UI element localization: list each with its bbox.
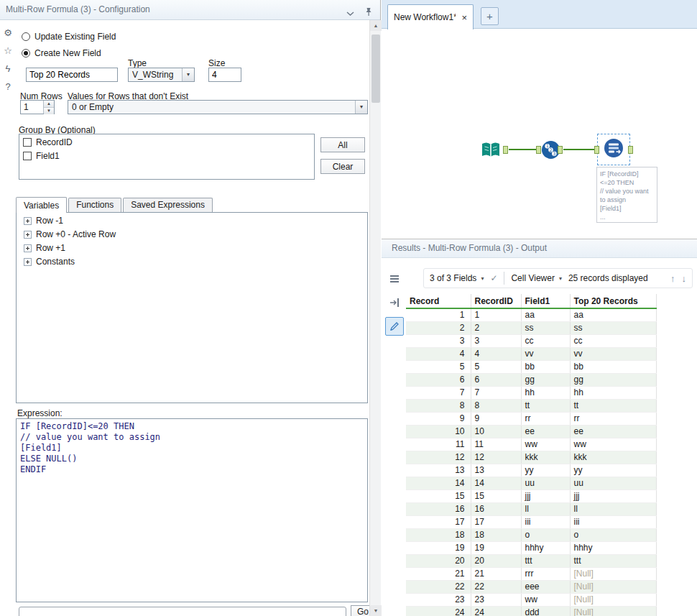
table-row[interactable]: 1212kkkkkk	[406, 451, 656, 464]
tool-annotation[interactable]: IF [RecordID] <=20 THEN // value you wan…	[596, 167, 657, 223]
table-cell[interactable]: 16	[406, 502, 471, 515]
table-row[interactable]: 22ssss	[406, 321, 656, 334]
table-cell[interactable]: 19	[471, 541, 521, 554]
table-cell[interactable]: 13	[471, 464, 521, 477]
table-cell[interactable]: ww	[521, 593, 570, 606]
column-header-field1[interactable]: Field1	[521, 294, 570, 308]
table-row[interactable]: 1818oo	[406, 528, 656, 541]
input-data-tool[interactable]	[480, 139, 502, 163]
new-workflow-tab-button[interactable]: +	[481, 7, 499, 25]
table-cell[interactable]: 4	[471, 347, 521, 360]
table-cell[interactable]: 1	[471, 308, 521, 321]
table-cell[interactable]: ww	[570, 438, 656, 451]
annotation-icon[interactable]: ☆	[0, 45, 16, 56]
group-by-item[interactable]: RecordID	[19, 137, 314, 148]
workflow-tab[interactable]: New Workflow1* ×	[387, 4, 474, 29]
table-row[interactable]: 1919hhhyhhhy	[406, 541, 656, 554]
scroll-top-icon[interactable]: ↑	[670, 273, 675, 284]
metadata-view-button[interactable]	[385, 293, 404, 312]
scrollbar-thumb[interactable]	[371, 35, 380, 103]
group-by-listbox[interactable]: RecordID Field1	[19, 134, 315, 180]
tab-functions[interactable]: Functions	[68, 198, 121, 212]
table-cell[interactable]: uu	[521, 477, 570, 489]
radio-checked-icon[interactable]	[22, 49, 30, 58]
table-row[interactable]: 1010eeee	[406, 425, 656, 438]
chevron-down-icon[interactable]: ▾	[355, 101, 367, 114]
table-cell[interactable]: 15	[406, 489, 471, 502]
help-icon[interactable]: ?	[0, 81, 16, 92]
table-row[interactable]: 2121rrr[Null]	[406, 567, 656, 580]
all-button[interactable]: All	[320, 137, 365, 152]
table-row[interactable]: 1717iiiiii	[406, 515, 656, 528]
table-cell[interactable]: 10	[471, 425, 521, 438]
table-cell[interactable]: gg	[570, 373, 656, 386]
expand-plus-icon[interactable]	[24, 231, 32, 239]
table-row[interactable]: 77hhhh	[406, 386, 656, 399]
create-new-field-radio[interactable]: Create New Field	[22, 48, 101, 58]
table-cell[interactable]: bb	[570, 360, 656, 373]
table-row[interactable]: 11aaaa	[406, 308, 656, 321]
table-row[interactable]: 1515jjjjjj	[406, 489, 656, 502]
table-cell[interactable]: vv	[570, 347, 656, 360]
table-cell[interactable]: 23	[471, 593, 521, 606]
missing-rows-dropdown[interactable]: 0 or Empty ▾	[68, 100, 368, 114]
table-row[interactable]: 1313yyyy	[406, 464, 656, 477]
table-cell[interactable]: cc	[521, 334, 570, 347]
scroll-up-icon[interactable]: ▲	[370, 20, 382, 31]
table-cell[interactable]: 18	[471, 528, 521, 541]
table-cell[interactable]: rr	[570, 412, 656, 425]
table-cell[interactable]: kkk	[570, 451, 656, 464]
table-cell[interactable]: gg	[521, 373, 570, 386]
table-cell[interactable]: ee	[570, 425, 656, 438]
column-header-record[interactable]: Record	[406, 294, 471, 308]
table-row[interactable]: 2222eee[Null]	[406, 580, 656, 593]
workflow-canvas[interactable]: 1 2 3	[382, 29, 697, 239]
table-cell[interactable]: hh	[570, 386, 656, 399]
fields-dropdown[interactable]: 3 of 3 Fields ▾	[430, 273, 484, 283]
table-cell[interactable]: 19	[406, 541, 471, 554]
table-cell[interactable]: kkk	[521, 451, 570, 464]
table-cell[interactable]: 5	[406, 360, 471, 373]
table-cell[interactable]: 4	[406, 347, 471, 360]
table-cell[interactable]: ll	[521, 502, 570, 515]
table-cell[interactable]: yy	[521, 464, 570, 477]
table-cell[interactable]: ss	[521, 321, 570, 334]
table-cell[interactable]: 15	[471, 489, 521, 502]
table-cell[interactable]: iii	[521, 515, 570, 528]
table-cell[interactable]: aa	[521, 308, 570, 321]
table-row[interactable]: 1616llll	[406, 502, 656, 515]
table-cell[interactable]: 6	[406, 373, 471, 386]
table-row[interactable]: 2020tttttt	[406, 554, 656, 567]
tab-saved-expressions[interactable]: Saved Expressions	[123, 198, 213, 212]
table-cell[interactable]: ss	[570, 321, 656, 334]
variables-tree[interactable]: Row -1 Row +0 - Active Row Row +1 Consta…	[16, 212, 368, 403]
new-field-name-input[interactable]	[26, 68, 118, 82]
table-cell[interactable]: tt	[570, 399, 656, 412]
data-view-button[interactable]	[385, 270, 404, 288]
spinner-up-icon[interactable]: ▲	[44, 101, 54, 107]
expression-editor[interactable]: IF [RecordID]<=20 THEN // value you want…	[16, 418, 368, 602]
table-cell[interactable]: vv	[521, 347, 570, 360]
table-cell[interactable]: jjj	[570, 489, 656, 502]
table-cell[interactable]: 18	[406, 528, 471, 541]
table-cell[interactable]: rrr	[521, 567, 570, 580]
wrench-icon[interactable]: ⚙	[0, 27, 16, 38]
edit-view-button[interactable]	[385, 317, 404, 336]
table-cell[interactable]: 7	[471, 386, 521, 399]
config-scrollbar[interactable]: ▲ ▼	[369, 20, 381, 616]
table-cell[interactable]: 12	[471, 451, 521, 464]
table-cell[interactable]: 8	[406, 399, 471, 412]
table-cell[interactable]: 21	[406, 567, 471, 580]
spinner-down-icon[interactable]: ▼	[44, 107, 54, 114]
checkbox-icon[interactable]	[23, 138, 32, 147]
table-cell[interactable]: iii	[570, 515, 656, 528]
update-existing-field-radio[interactable]: Update Existing Field	[22, 32, 116, 42]
table-cell[interactable]: 24	[471, 606, 521, 616]
scroll-down-icon[interactable]: ▼	[370, 605, 382, 616]
table-cell[interactable]: rr	[521, 412, 570, 425]
table-cell[interactable]: 3	[406, 334, 471, 347]
table-cell[interactable]: ddd	[521, 606, 570, 616]
table-cell[interactable]: yy	[570, 464, 656, 477]
table-cell[interactable]: 17	[471, 515, 521, 528]
tree-item-row-0[interactable]: Row +0 - Active Row	[17, 229, 367, 240]
